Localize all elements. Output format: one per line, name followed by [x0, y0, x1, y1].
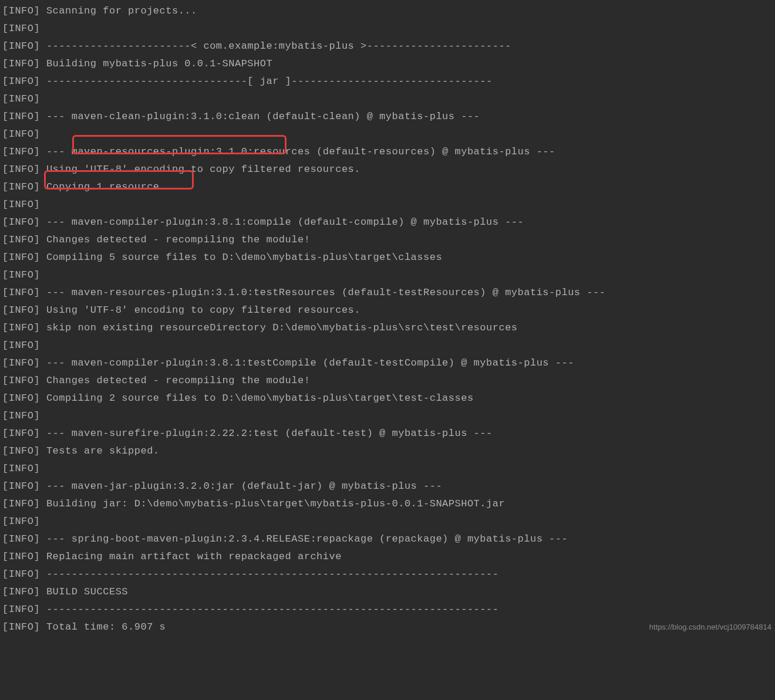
log-line: [INFO]	[2, 407, 773, 425]
log-line: [INFO] Compiling 2 source files to D:\de…	[2, 390, 773, 407]
log-line: [INFO]	[2, 337, 773, 354]
log-line: [INFO] Changes detected - recompiling th…	[2, 372, 773, 390]
log-line: [INFO]	[2, 266, 773, 284]
log-line: [INFO] Scanning for projects...	[2, 2, 773, 20]
log-line: [INFO] Using 'UTF-8' encoding to copy fi…	[2, 161, 773, 178]
log-line: [INFO] --- maven-surefire-plugin:2.22.2:…	[2, 425, 773, 442]
log-line: [INFO]	[2, 513, 773, 530]
log-line: [INFO]	[2, 20, 773, 38]
log-line: [INFO]	[2, 460, 773, 478]
watermark-text: https://blog.csdn.net/vcj1009784814	[649, 618, 771, 636]
log-line: [INFO] Changes detected - recompiling th…	[2, 231, 773, 249]
log-line: [INFO] --- maven-compiler-plugin:3.8.1:t…	[2, 354, 773, 372]
log-line: [INFO] --- maven-jar-plugin:3.2.0:jar (d…	[2, 478, 773, 495]
log-line: [INFO] --- maven-resources-plugin:3.1.0:…	[2, 284, 773, 302]
log-line: [INFO] Building mybatis-plus 0.0.1-SNAPS…	[2, 55, 773, 73]
log-line: [INFO] skip non existing resourceDirecto…	[2, 319, 773, 337]
log-line: [INFO] Building jar: D:\demo\mybatis-plu…	[2, 495, 773, 513]
log-line: [INFO] -----------------------< com.exam…	[2, 38, 773, 55]
log-line: [INFO] Replacing main artifact with repa…	[2, 548, 773, 566]
log-line: [INFO] Using 'UTF-8' encoding to copy fi…	[2, 302, 773, 319]
log-line: [INFO]	[2, 90, 773, 108]
log-line: [INFO]	[2, 126, 773, 143]
log-line: [INFO] Compiling 5 source files to D:\de…	[2, 249, 773, 266]
log-line: [INFO] ---------------------------------…	[2, 601, 773, 618]
log-line: [INFO] BUILD SUCCESS	[2, 583, 773, 601]
log-line: [INFO] Tests are skipped.	[2, 442, 773, 460]
log-line: [INFO] --- spring-boot-maven-plugin:2.3.…	[2, 530, 773, 548]
log-line: [INFO] ---------------------------------…	[2, 566, 773, 583]
log-line: [INFO] --------------------------------[…	[2, 73, 773, 90]
log-line: [INFO] --- maven-resources-plugin:3.1.0:…	[2, 143, 773, 161]
log-line: [INFO] --- maven-compiler-plugin:3.8.1:c…	[2, 214, 773, 231]
log-line: [INFO]	[2, 196, 773, 214]
log-line: [INFO] Copying 1 resource	[2, 178, 773, 196]
log-line: [INFO] --- maven-clean-plugin:3.1.0:clea…	[2, 108, 773, 126]
log-output: [INFO] Scanning for projects...[INFO][IN…	[2, 2, 773, 636]
